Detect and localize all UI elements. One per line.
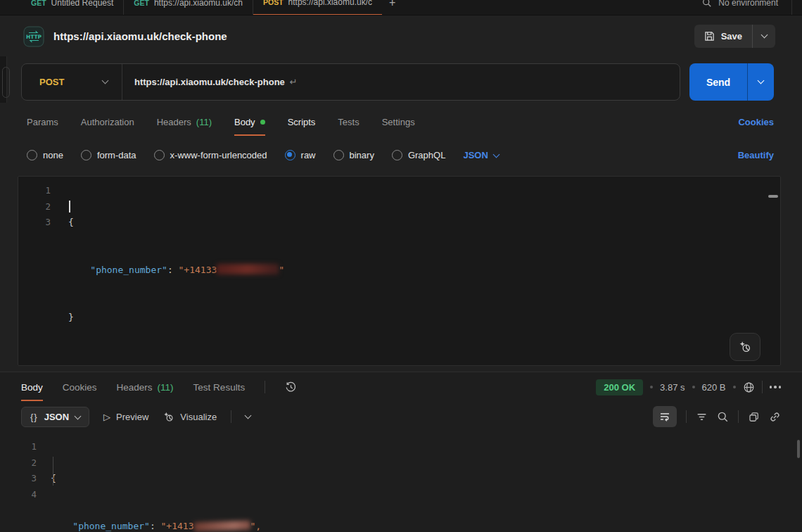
tab-label: Cookies <box>63 382 97 393</box>
chevron-down-icon <box>760 32 768 39</box>
code-token: { <box>68 217 74 227</box>
tab-settings[interactable]: Settings <box>382 106 415 138</box>
request-tab-2[interactable]: GET https://api.xiaomu.uk/ch <box>124 0 253 15</box>
method-dropdown[interactable]: POST <box>22 77 122 87</box>
search-icon[interactable] <box>702 0 712 8</box>
radio-icon <box>333 150 344 160</box>
request-tab-3-active[interactable]: POST https://api.xiaomu.uk/c <box>253 0 382 15</box>
radio-icon <box>392 150 402 160</box>
network-globe-icon[interactable] <box>743 381 755 393</box>
redacted-phone-digits <box>217 264 279 274</box>
json-value: "+14133 <box>179 265 217 275</box>
tab-tests[interactable]: Tests <box>338 106 359 138</box>
code-indent <box>68 265 90 275</box>
body-mode-graphql[interactable]: GraphQL <box>392 150 445 160</box>
tab-body-active[interactable]: Body <box>234 106 265 138</box>
code-token: : <box>150 521 161 531</box>
body-mode-form-data[interactable]: form-data <box>81 150 136 160</box>
line-number: 3 <box>0 471 37 487</box>
tab-label: Headers <box>117 382 153 393</box>
json-key: "phone_number" <box>90 265 167 275</box>
chevron-down-icon <box>492 151 499 158</box>
response-body-viewer[interactable]: 1 2 3 4 { "phone_number": "+1413", "stat… <box>0 433 802 532</box>
tab-scripts[interactable]: Scripts <box>288 106 316 138</box>
preview-button[interactable]: ▷ Preview <box>103 412 148 422</box>
request-tab-1[interactable]: GET Untitled Request <box>21 0 123 15</box>
search-icon[interactable] <box>717 411 729 423</box>
save-options-button[interactable] <box>753 25 775 48</box>
response-tab-headers[interactable]: Headers (11) <box>117 372 174 402</box>
redacted-phone-digits <box>193 520 250 531</box>
cookies-link[interactable]: Cookies <box>738 117 774 127</box>
save-button-label: Save <box>721 31 742 42</box>
visualize-sparkle-icon <box>163 411 174 423</box>
editor-line-numbers: 1 2 3 <box>18 183 51 231</box>
json-key: "phone_number" <box>72 521 150 531</box>
language-dropdown[interactable]: JSON <box>463 150 498 160</box>
postman-app-window: GET Untitled Request GET https://api.xia… <box>0 0 802 532</box>
response-scrollbar-thumb[interactable] <box>797 440 800 458</box>
response-time[interactable]: 3.87 s <box>660 382 685 393</box>
body-mode-binary[interactable]: binary <box>333 150 374 160</box>
line-number: 4 <box>0 487 37 503</box>
headers-count: (11) <box>158 382 174 393</box>
floppy-disk-icon <box>704 31 715 42</box>
visualize-button[interactable]: Visualize <box>163 411 217 423</box>
radio-icon <box>27 150 37 160</box>
play-triangle-icon: ▷ <box>103 412 110 422</box>
body-has-content-dot <box>260 120 265 125</box>
response-size[interactable]: 620 B <box>702 382 726 393</box>
divider <box>231 410 231 423</box>
url-input[interactable]: https://api.xiaomu.uk/check-phone <box>122 77 285 87</box>
svg-text:HTTP: HTTP <box>26 34 42 40</box>
postbot-ai-button[interactable] <box>730 333 760 361</box>
response-format-dropdown[interactable]: {} JSON <box>21 407 89 427</box>
mode-label: raw <box>301 150 316 160</box>
chevron-down-icon <box>75 412 82 419</box>
save-button[interactable]: Save <box>694 25 752 48</box>
braces-icon: {} <box>30 412 38 422</box>
response-toolbar: {} JSON ▷ Preview Visualize <box>0 402 802 431</box>
response-tab-test-results[interactable]: Test Results <box>193 372 246 402</box>
code-indent <box>51 521 72 531</box>
line-number: 1 <box>0 439 37 455</box>
request-tab-label: https://api.xiaomu.uk/c <box>288 0 372 7</box>
method-badge-get: GET <box>31 0 46 7</box>
mode-label: form-data <box>97 150 136 160</box>
beautify-link[interactable]: Beautify <box>738 150 774 160</box>
tab-headers[interactable]: Headers (11) <box>157 106 212 138</box>
body-mode-urlencoded[interactable]: x-www-form-urlencoded <box>154 150 267 160</box>
send-options-button[interactable] <box>748 63 774 101</box>
request-body-editor[interactable]: 1 2 3 { "phone_number": "+14133" } <box>18 176 781 366</box>
separator-dot <box>733 386 736 388</box>
radio-icon <box>81 150 91 160</box>
editor-scrollbar-thumb[interactable] <box>768 195 778 198</box>
wrap-text-button-active[interactable] <box>653 406 677 427</box>
chevron-down-icon[interactable] <box>245 412 252 419</box>
workspace-tab-strip: GET Untitled Request GET https://api.xia… <box>0 0 802 15</box>
tab-authorization[interactable]: Authorization <box>81 106 134 138</box>
link-icon[interactable] <box>769 411 781 423</box>
filter-icon[interactable] <box>696 411 708 423</box>
history-icon[interactable] <box>285 381 297 393</box>
copy-icon[interactable] <box>748 411 760 423</box>
add-tab-button[interactable]: + <box>389 0 395 9</box>
tab-params[interactable]: Params <box>27 106 58 138</box>
environment-selector[interactable]: No environment <box>718 0 778 8</box>
status-badge[interactable]: 200 OK <box>596 379 643 395</box>
send-button[interactable]: Send <box>689 63 747 101</box>
separator-dot <box>650 386 653 388</box>
body-mode-none[interactable]: none <box>27 150 63 160</box>
divider <box>686 410 687 423</box>
response-tab-cookies[interactable]: Cookies <box>63 372 97 402</box>
tab-label: Headers <box>157 117 191 127</box>
response-format-value: JSON <box>44 412 69 422</box>
http-request-icon: HTTP <box>23 26 44 47</box>
more-options-icon[interactable] <box>770 386 782 388</box>
response-tab-body-active[interactable]: Body <box>21 372 43 402</box>
request-header: HTTP https://api.xiaomu.uk/check-phone S… <box>0 16 802 56</box>
body-mode-raw-selected[interactable]: raw <box>285 150 316 160</box>
radio-icon <box>154 150 165 160</box>
separator-dot <box>692 386 695 388</box>
request-title: https://api.xiaomu.uk/check-phone <box>53 30 227 42</box>
